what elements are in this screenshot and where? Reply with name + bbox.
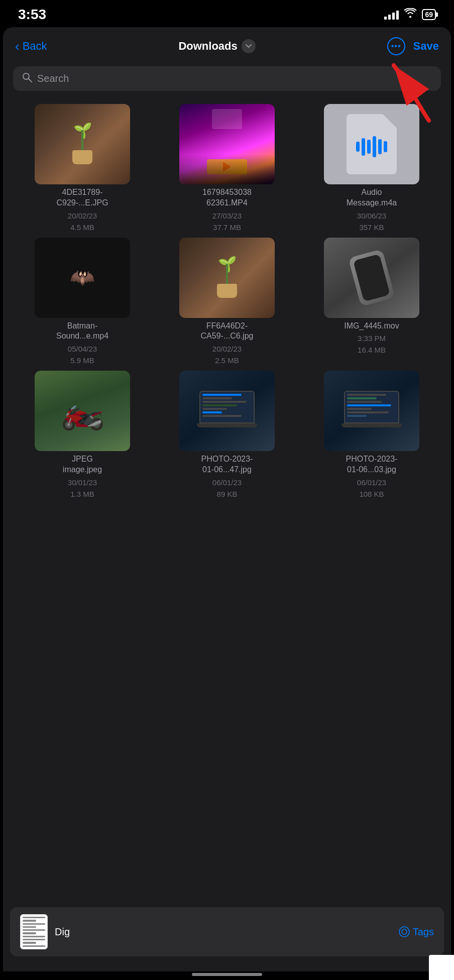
back-label: Back — [23, 40, 47, 53]
file-date: 3:33 PM — [358, 334, 386, 343]
back-button[interactable]: ‹ Back — [15, 39, 47, 54]
search-container: Search — [3, 62, 451, 99]
file-size: 89 KB — [217, 490, 238, 498]
corner-element — [429, 955, 454, 980]
search-icon — [22, 72, 32, 85]
save-button[interactable]: Save — [413, 40, 439, 53]
file-size: 37.7 MB — [213, 223, 241, 232]
status-time: 3:53 — [18, 7, 46, 23]
main-container: ‹ Back Downloads ••• Save — [3, 27, 451, 971]
nav-title-area: Downloads — [178, 39, 255, 53]
battery-icon: 69 — [422, 9, 436, 20]
bottom-bar: Dig Tags — [10, 907, 444, 956]
ellipsis-icon: ••• — [391, 42, 401, 51]
file-size: 5.9 MB — [70, 356, 94, 365]
file-item[interactable]: 1679845303862361.MP4 27/03/23 37.7 MB — [158, 104, 296, 232]
wifi-icon — [404, 8, 417, 21]
file-thumbnail: 🌱 — [179, 238, 275, 318]
file-thumbnail: 🌱 — [35, 104, 130, 184]
file-name: PHOTO-2023-01-06...03.jpg — [346, 454, 398, 475]
file-name: IMG_4445.mov — [344, 321, 399, 332]
file-date: 20/02/23 — [212, 345, 242, 353]
file-name: JPEGimage.jpeg — [63, 454, 102, 475]
file-date: 06/01/23 — [357, 478, 386, 487]
file-size: 2.5 MB — [215, 356, 239, 365]
file-date: 06/01/23 — [212, 478, 242, 487]
file-name: AudioMessage.m4a — [347, 187, 397, 208]
file-item[interactable]: 🦇 Batman-Sound...e.mp4 05/04/23 5.9 MB — [13, 238, 152, 365]
file-date: 05/04/23 — [68, 345, 97, 353]
tags-button[interactable]: Tags — [399, 926, 434, 938]
file-size: 4.5 MB — [70, 223, 94, 232]
svg-point-1 — [23, 73, 29, 79]
file-item[interactable]: 🌱 4DE31789-C929-...E.JPG 20/02/23 4.5 MB — [13, 104, 152, 232]
chevron-left-icon: ‹ — [15, 39, 20, 54]
page-title: Downloads — [178, 40, 237, 53]
file-item[interactable]: IMG_4445.mov 3:33 PM 16.4 MB — [302, 238, 441, 365]
document-thumbnail — [20, 914, 48, 949]
file-size: 1.3 MB — [70, 490, 94, 498]
file-size: 16.4 MB — [358, 346, 386, 354]
file-name: Batman-Sound...e.mp4 — [56, 321, 108, 342]
files-grid: 🌱 4DE31789-C929-...E.JPG 20/02/23 4.5 MB — [3, 99, 451, 503]
file-date: 27/03/23 — [212, 211, 242, 220]
file-thumbnail: 🦇 — [35, 238, 130, 318]
file-item[interactable]: AudioMessage.m4a 30/06/23 357 KB — [302, 104, 441, 232]
tags-label: Tags — [413, 926, 434, 938]
document-name: Dig — [55, 926, 70, 938]
nav-actions: ••• Save — [387, 37, 439, 55]
file-item[interactable]: 🏍️ JPEGimage.jpeg 30/01/23 1.3 MB — [13, 371, 152, 498]
file-thumbnail: 🏍️ — [35, 371, 130, 451]
status-bar: 3:53 69 — [0, 0, 454, 27]
file-thumbnail — [324, 238, 419, 318]
title-dropdown-button[interactable] — [242, 39, 256, 53]
file-date: 30/06/23 — [357, 211, 386, 220]
doc-preview: Dig — [20, 914, 70, 949]
svg-point-4 — [402, 929, 407, 934]
file-name: 1679845303862361.MP4 — [202, 187, 252, 208]
file-size: 108 KB — [359, 490, 384, 498]
file-thumbnail — [179, 371, 275, 451]
file-thumbnail — [324, 371, 419, 451]
file-name: FF6A46D2-CA59-...C6.jpg — [201, 321, 254, 342]
file-date: 30/01/23 — [68, 478, 97, 487]
more-options-button[interactable]: ••• — [387, 37, 405, 55]
status-icons: 69 — [384, 8, 436, 21]
file-date: 20/02/23 — [68, 211, 97, 220]
file-item[interactable]: PHOTO-2023-01-06...03.jpg 06/01/23 108 K… — [302, 371, 441, 498]
file-thumbnail — [179, 104, 275, 184]
file-item[interactable]: 🌱 FF6A46D2-CA59-...C6.jpg 20/02/23 2.5 M… — [158, 238, 296, 365]
signal-icon — [384, 10, 399, 20]
svg-line-2 — [29, 79, 32, 82]
file-size: 357 KB — [359, 223, 384, 232]
file-name: PHOTO-2023-01-06...47.jpg — [201, 454, 253, 475]
search-input[interactable]: Search — [37, 73, 69, 84]
file-name: 4DE31789-C929-...E.JPG — [56, 187, 108, 208]
file-thumbnail — [324, 104, 419, 184]
file-item[interactable]: PHOTO-2023-01-06...47.jpg 06/01/23 89 KB — [158, 371, 296, 498]
search-bar[interactable]: Search — [13, 66, 441, 91]
home-indicator — [192, 973, 262, 976]
svg-point-3 — [399, 927, 409, 937]
nav-bar: ‹ Back Downloads ••• Save — [3, 27, 451, 62]
